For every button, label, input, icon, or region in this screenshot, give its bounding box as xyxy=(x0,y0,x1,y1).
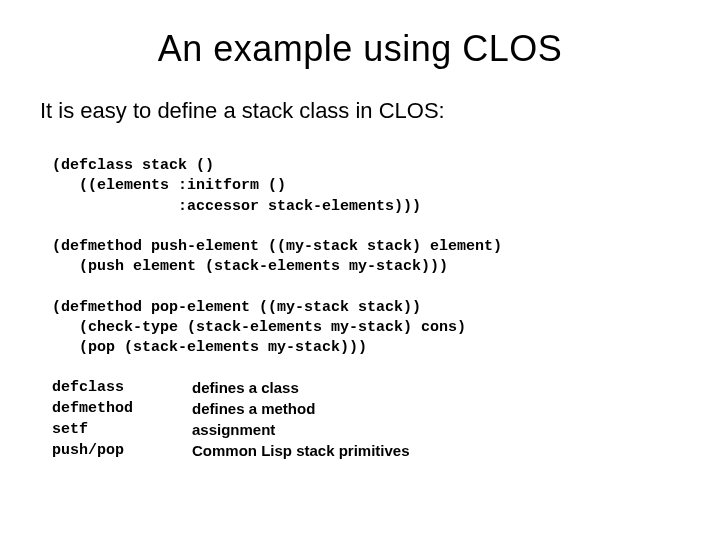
code-block: (defclass stack () ((elements :initform … xyxy=(52,156,680,359)
slide-subtitle: It is easy to define a stack class in CL… xyxy=(40,98,680,124)
definitions-table: defclass defmethod setf push/pop defines… xyxy=(52,377,680,461)
slide-title: An example using CLOS xyxy=(40,28,680,70)
definition-meanings: defines a class defines a method assignm… xyxy=(192,377,410,461)
definition-terms: defclass defmethod setf push/pop xyxy=(52,377,192,461)
slide: An example using CLOS It is easy to defi… xyxy=(0,0,720,540)
